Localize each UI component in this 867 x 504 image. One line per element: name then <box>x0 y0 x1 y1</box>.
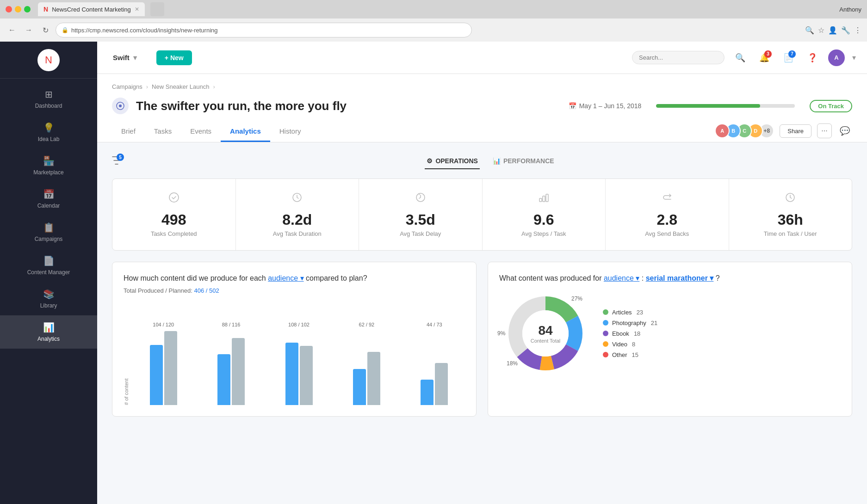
total-value[interactable]: 406 / 502 <box>194 287 219 294</box>
legend-label-photography: Photography <box>612 320 646 326</box>
new-tab-button[interactable] <box>150 2 164 16</box>
user-avatar[interactable]: A <box>828 49 845 66</box>
sub-tabs: ⚙ OPERATIONS 📊 PERFORMANCE <box>129 154 852 169</box>
breadcrumb-campaigns[interactable]: Campaigns <box>112 83 142 90</box>
legend-ebook: Ebook 18 <box>603 330 657 337</box>
bar-group-2: 88 / 116 <box>200 322 261 405</box>
bar-label-1: 104 / 120 <box>153 322 174 327</box>
bar-group-3: 108 / 102 <box>268 322 329 405</box>
campaign-title: The swifter you run, the more you fly <box>136 99 561 113</box>
breadcrumb-new-sneaker[interactable]: New Sneaker Launch <box>152 83 209 90</box>
audience-dropdown[interactable]: audience ▾ <box>268 274 303 282</box>
pct-left: 9% <box>497 330 505 337</box>
time-icon <box>785 192 796 206</box>
sidebar-logo: N <box>0 42 97 79</box>
sidebar-item-campaigns[interactable]: 📋 Campaigns <box>0 215 97 249</box>
minimize-button[interactable] <box>15 6 21 12</box>
traffic-lights <box>6 6 31 12</box>
bar-chart-title-prefix: How much content did we produce for each <box>124 274 268 282</box>
tab-brief[interactable]: Brief <box>112 122 145 142</box>
back-button[interactable]: ← <box>6 24 19 37</box>
search-input[interactable] <box>632 51 725 64</box>
avg-sendbacks-value: 2.8 <box>657 211 677 228</box>
close-button[interactable] <box>6 6 12 12</box>
sub-tab-operations[interactable]: ⚙ OPERATIONS <box>425 154 480 169</box>
legend-dot-video <box>603 341 608 347</box>
share-button[interactable]: Share <box>780 124 811 138</box>
refresh-button[interactable]: ↻ <box>39 24 52 37</box>
calendar-icon: 📅 <box>43 189 55 200</box>
settings-icon[interactable]: ⋮ <box>854 26 861 35</box>
browser-toolbar-icons: 🔍 ☆ 👤 🔧 ⋮ <box>805 26 861 35</box>
extension-icon[interactable]: 🔧 <box>841 26 850 35</box>
sidebar-item-idea-lab[interactable]: 💡 Idea Lab <box>0 116 97 149</box>
sidebar-label-library: Library <box>40 302 57 309</box>
marketplace-icon: 🏪 <box>43 155 55 166</box>
bar-label-5: 44 / 73 <box>427 322 442 327</box>
legend-label-articles: Articles <box>612 309 632 316</box>
donut-title-prefix: What content was produced for <box>499 274 604 282</box>
tab-history[interactable]: History <box>270 122 310 142</box>
star-icon[interactable]: ☆ <box>818 26 824 35</box>
svg-rect-5 <box>539 198 542 202</box>
breadcrumb-sep-2: › <box>213 83 215 90</box>
analytics-icon: 📊 <box>43 322 55 333</box>
legend-label-ebook: Ebook <box>612 330 629 337</box>
forward-button[interactable]: → <box>22 24 35 37</box>
content-manager-icon: 📄 <box>43 255 55 266</box>
comment-button[interactable]: 💬 <box>837 123 852 138</box>
bar-label-3: 108 / 102 <box>288 322 310 327</box>
profile-icon[interactable]: 👤 <box>828 26 837 35</box>
workspace-selector[interactable]: Swift ▾ <box>108 51 142 65</box>
legend-label-other: Other <box>612 351 627 358</box>
tab-analytics[interactable]: Analytics <box>221 122 270 142</box>
breadcrumb: Campaigns › New Sneaker Launch › <box>112 83 852 90</box>
sidebar-label-marketplace: Marketplace <box>33 169 63 176</box>
notification-button[interactable]: 🔔 3 <box>756 49 773 66</box>
sidebar-item-analytics[interactable]: 📊 Analytics <box>0 315 97 349</box>
sub-tab-performance[interactable]: 📊 PERFORMANCE <box>491 154 556 169</box>
campaign-title-row: The swifter you run, the more you fly 📅 … <box>112 98 852 114</box>
bar-chart-title: How much content did we produce for each… <box>124 273 465 283</box>
tab-tasks[interactable]: Tasks <box>145 122 181 142</box>
browser-tab[interactable]: N NewsCred Content Marketing ✕ <box>38 2 145 16</box>
sidebar-item-content-manager[interactable]: 📄 Content Manager <box>0 249 97 282</box>
donut-chart-title: What content was produced for audience ▾… <box>499 273 841 283</box>
bar-groups: 104 / 120 88 / 116 <box>133 303 465 405</box>
bars-4 <box>353 331 380 405</box>
donut-total-label: Content Total <box>531 338 561 344</box>
help-button[interactable]: ❓ <box>804 49 821 66</box>
url-bar[interactable]: 🔒 https://cmp.newscred.com/cloud/insight… <box>56 23 472 37</box>
maximize-button[interactable] <box>24 6 31 12</box>
sidebar-item-dashboard[interactable]: ⊞ Dashboard <box>0 82 97 116</box>
search-button[interactable]: 🔍 <box>732 49 749 66</box>
donut-title-suffix: ? <box>713 274 719 282</box>
sidebar-item-marketplace[interactable]: 🏪 Marketplace <box>0 149 97 182</box>
legend-count-photography: 21 <box>651 320 657 326</box>
browser-nav: ← → ↻ 🔒 https://cmp.newscred.com/cloud/i… <box>0 18 867 42</box>
bar-actual-1 <box>150 345 163 405</box>
filter-button[interactable]: 5 <box>112 156 121 166</box>
legend-dot-ebook <box>603 331 608 336</box>
tab-actions: A B C D +8 Share ··· 💬 <box>715 123 852 142</box>
more-actions-button[interactable]: ··· <box>817 123 832 138</box>
on-track-badge[interactable]: On Track <box>810 100 852 112</box>
donut-audience-dropdown[interactable]: audience ▾ <box>604 274 639 282</box>
docs-badge: 7 <box>788 50 796 58</box>
sidebar-item-library[interactable]: 📚 Library <box>0 282 97 315</box>
avatar-1: A <box>715 123 730 138</box>
tab-events[interactable]: Events <box>181 122 221 142</box>
donut-persona-dropdown[interactable]: serial marathoner ▾ <box>646 274 714 282</box>
bar-chart-card: How much content did we produce for each… <box>112 262 477 417</box>
legend-dot-other <box>603 352 608 357</box>
bookmark-icon[interactable]: 🔍 <box>805 26 814 35</box>
progress-bar-container <box>656 104 795 108</box>
bar-label-4: 62 / 92 <box>359 322 375 327</box>
docs-button[interactable]: 📄 7 <box>780 49 797 66</box>
new-button[interactable]: + New <box>156 50 192 65</box>
sendback-icon <box>662 192 673 206</box>
avg-duration-label: Avg Task Duration <box>273 230 322 237</box>
check-icon <box>168 192 180 206</box>
sidebar-item-calendar[interactable]: 📅 Calendar <box>0 182 97 215</box>
tab-close-icon[interactable]: ✕ <box>135 6 139 12</box>
